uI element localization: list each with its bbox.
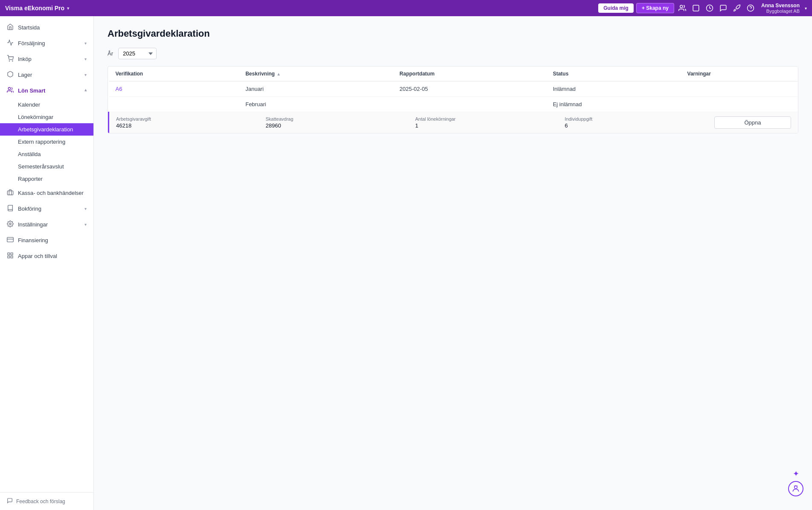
sidebar-item-appar[interactable]: Appar och tillval — [0, 248, 93, 264]
sort-icon-beskrivning: ▲ — [276, 72, 281, 76]
year-select[interactable]: 2025 2024 2023 — [118, 48, 157, 59]
verifikation-link-jan[interactable]: A6 — [116, 86, 122, 92]
ai-bot-button[interactable] — [788, 481, 803, 496]
svg-rect-12 — [8, 253, 10, 255]
sidebar-item-bokforing[interactable]: Bokföring ▾ — [0, 201, 93, 217]
svg-point-5 — [9, 61, 9, 61]
detail-antal-lonekningar: Antal lönekörningar 1 — [415, 116, 560, 129]
sidebar-sub-extern[interactable]: Extern rapportering — [0, 136, 93, 148]
main-content: Arbetsgivardeklaration År 2025 2024 2023… — [94, 16, 812, 510]
building-icon — [692, 4, 700, 12]
year-filter-label: År — [108, 50, 113, 57]
brand[interactable]: Visma eEkonomi Pro ▾ — [5, 5, 595, 12]
detail-value-arbetsgivaravgift: 46218 — [116, 122, 261, 129]
company-icon-btn[interactable] — [690, 3, 701, 14]
arbetsgivar-table: Verifikation Beskrivning ▲ Rapportdatum — [108, 66, 798, 133]
expand-detail-grid: Arbetsgivaravgift 46218 Skatteavdrag 289… — [116, 116, 791, 129]
brand-chevron[interactable]: ▾ — [67, 6, 69, 11]
apps-icon — [7, 252, 14, 260]
guida-button[interactable]: Guida mig — [598, 3, 634, 13]
users-icon — [678, 4, 686, 12]
user-chevron[interactable]: ▾ — [805, 6, 807, 11]
detail-skatteavdrag: Skatteavdrag 28960 — [266, 116, 410, 129]
top-nav-actions: Guida mig + Skapa ny Anna Svensson Byggb… — [598, 2, 807, 14]
detail-label-skatteavdrag: Skatteavdrag — [266, 116, 410, 122]
sidebar-sub-kalender[interactable]: Kalender — [0, 99, 93, 111]
cell-rapportdatum-feb — [393, 97, 546, 112]
sidebar-sub-anstallda[interactable]: Anställda — [0, 148, 93, 160]
sidebar-item-lager[interactable]: Lager ▾ — [0, 67, 93, 83]
shopping-icon — [7, 55, 14, 63]
cell-verifikation-feb — [109, 97, 239, 112]
detail-individuppgift: Individuppgift 6 — [565, 116, 710, 129]
sidebar-item-installningar[interactable]: Inställningar ▾ — [0, 217, 93, 232]
floating-assistant: ✦ — [788, 469, 803, 496]
sidebar-label-appar: Appar och tillval — [18, 253, 87, 259]
sidebar-item-startsida[interactable]: Startsida — [0, 20, 93, 35]
cell-beskrivning-feb: Februari — [239, 97, 393, 112]
sidebar-label-forsaljning: Försäljning — [18, 40, 80, 46]
svg-rect-1 — [693, 5, 699, 11]
sidebar-item-finansiering[interactable]: Finansiering — [0, 232, 93, 248]
help-icon-btn[interactable] — [745, 3, 756, 14]
rocket-icon-btn[interactable] — [731, 3, 742, 14]
bot-icon — [792, 484, 800, 493]
chevron-lon-smart: ▾ — [84, 88, 87, 93]
chevron-inkop: ▾ — [84, 57, 87, 61]
sidebar-label-installningar: Inställningar — [18, 221, 80, 228]
expanded-detail-row: Arbetsgivaravgift 46218 Skatteavdrag 289… — [109, 112, 798, 133]
users-icon-btn[interactable] — [677, 3, 688, 14]
home-icon — [7, 23, 14, 32]
cell-rapportdatum-jan: 2025-02-05 — [393, 81, 546, 97]
col-header-verifikation: Verifikation — [109, 67, 239, 81]
sidebar-label-inkop: Inköp — [18, 56, 80, 62]
sidebar: Startsida Försäljning ▾ Inköp ▾ — [0, 16, 94, 510]
sidebar-sub-semester[interactable]: Semesterårsavslut — [0, 160, 93, 173]
sidebar-nav: Startsida Försäljning ▾ Inköp ▾ — [0, 16, 93, 492]
oppna-button[interactable]: Öppna — [714, 116, 791, 129]
clock-icon-btn[interactable] — [704, 3, 715, 14]
detail-value-antal: 1 — [415, 122, 560, 129]
detail-actions: Öppna — [714, 116, 791, 129]
feedback-label: Feedback och förslag — [16, 498, 65, 504]
sidebar-item-forsaljning[interactable]: Försäljning ▾ — [0, 35, 93, 51]
chat-icon-btn[interactable] — [718, 3, 729, 14]
detail-label-arbetsgivaravgift: Arbetsgivaravgift — [116, 116, 261, 122]
table-row: A6 Januari 2025-02-05 Inlämnad — [109, 81, 798, 97]
sidebar-footer-feedback[interactable]: Feedback och förslag — [0, 492, 93, 510]
sidebar-label-bokforing: Bokföring — [18, 206, 80, 212]
brand-label: Visma eEkonomi Pro — [5, 5, 64, 12]
skapa-button[interactable]: + Skapa ny — [636, 3, 674, 13]
sidebar-sub-lonekningar[interactable]: Lönekörningar — [0, 111, 93, 123]
user-menu[interactable]: Anna Svensson Byggbolaget AB — [759, 2, 802, 14]
chevron-installningar: ▾ — [84, 222, 87, 227]
sparkle-icon: ✦ — [793, 469, 799, 478]
detail-label-individuppgift: Individuppgift — [565, 116, 710, 122]
app-body: Startsida Försäljning ▾ Inköp ▾ — [0, 16, 812, 510]
sidebar-item-lon-smart[interactable]: Lön Smart ▾ — [0, 83, 93, 99]
page-title: Arbetsgivardeklaration — [108, 28, 798, 39]
sidebar-item-kassa[interactable]: Kassa- och bankhändelser — [0, 185, 93, 201]
expanded-detail-cell: Arbetsgivaravgift 46218 Skatteavdrag 289… — [109, 112, 798, 133]
col-header-beskrivning[interactable]: Beskrivning ▲ — [239, 67, 393, 81]
filter-row: År 2025 2024 2023 — [108, 48, 798, 59]
cell-beskrivning-jan: Januari — [239, 81, 393, 97]
svg-rect-15 — [11, 256, 13, 258]
detail-value-skatteavdrag: 28960 — [266, 122, 410, 129]
rocket-icon — [733, 4, 741, 12]
col-header-rapportdatum: Rapportdatum — [393, 67, 546, 81]
svg-rect-8 — [7, 191, 13, 195]
svg-rect-14 — [8, 256, 10, 258]
payroll-icon — [7, 87, 14, 95]
chart-icon — [7, 39, 14, 47]
user-name: Anna Svensson — [761, 3, 800, 9]
sidebar-sub-rapporter[interactable]: Rapporter — [0, 173, 93, 185]
clock-icon — [706, 4, 713, 12]
svg-point-6 — [12, 61, 13, 61]
settings-icon — [7, 220, 14, 229]
sidebar-label-lon-smart: Lön Smart — [18, 87, 80, 94]
sidebar-sub-arbetsgivardeklaration[interactable]: Arbetsgivardeklaration — [0, 123, 93, 136]
sidebar-item-inkop[interactable]: Inköp ▾ — [0, 51, 93, 67]
cell-status-feb: Ej inlämnad — [546, 97, 681, 112]
sidebar-label-lager: Lager — [18, 72, 80, 78]
